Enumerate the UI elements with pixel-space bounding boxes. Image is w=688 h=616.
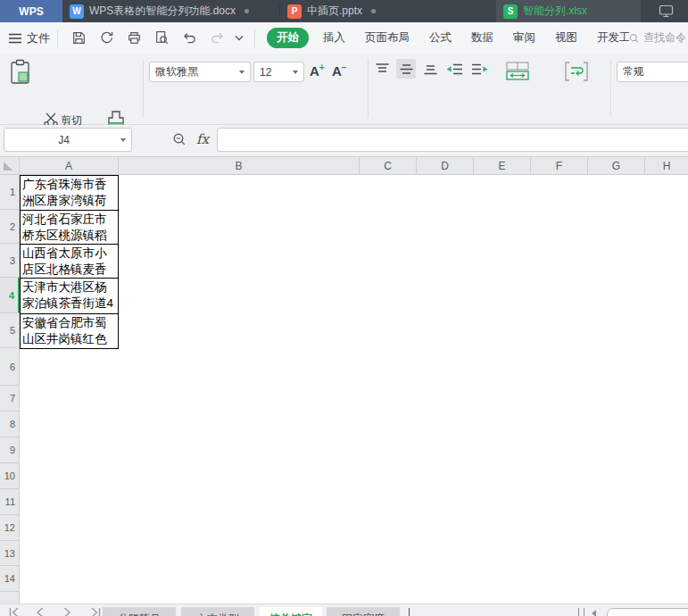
row-header-6[interactable]: 6 (0, 348, 20, 386)
sheet-tab-bar: 分隔符号文本类型按关键字固定宽度 (0, 604, 688, 616)
titlebar: WPS W WPS表格的智能分列功能.docx P 中插页.pptx S 智能分… (0, 0, 688, 22)
writer-doc-icon: W (70, 4, 84, 19)
last-sheet-icon[interactable] (89, 608, 101, 616)
column-header-C[interactable]: C (360, 157, 417, 174)
align-middle-selected[interactable] (396, 59, 416, 79)
tab-insert-cursor (409, 608, 410, 616)
increase-font-button[interactable]: A+ (310, 62, 325, 79)
column-header-D[interactable]: D (417, 157, 474, 174)
row-header-7[interactable]: 7 (0, 386, 20, 412)
align-top-icon[interactable] (375, 62, 390, 76)
formula-input[interactable] (217, 128, 688, 152)
dropdown-arrow-icon (239, 71, 245, 74)
cell-A4[interactable]: 天津市大港区杨家泊镇茶香街道421 (20, 278, 119, 314)
row-header-14[interactable]: 14 (0, 566, 20, 592)
column-header-E[interactable]: E (474, 157, 531, 174)
cell-A2[interactable]: 河北省石家庄市桥东区桃源镇稻香街 (20, 210, 119, 245)
cell-A3[interactable]: 山西省太原市小店区北格镇麦香街道 (20, 244, 119, 279)
font-size-value: 12 (260, 66, 290, 79)
doc-tab-label: 智能分列.xlsx (523, 4, 587, 19)
column-header-F[interactable]: F (531, 157, 588, 174)
decrease-font-button[interactable]: A− (332, 62, 347, 79)
row-header-11[interactable]: 11 (0, 489, 20, 515)
row-header-1[interactable]: 1 (0, 175, 20, 210)
decrease-indent-icon[interactable] (446, 62, 463, 76)
column-header-B[interactable]: B (119, 157, 360, 174)
spreadsheet-grid[interactable]: ABCDEFGH 1234567891011121314 广东省珠海市香洲区唐家… (0, 157, 688, 604)
row-header-12[interactable]: 12 (0, 515, 20, 541)
spreadsheet-doc-icon: S (503, 4, 518, 19)
name-box-value: J4 (10, 134, 118, 146)
number-format-value: 常规 (623, 64, 688, 79)
row-header-5[interactable]: 5 (0, 313, 20, 348)
menu-tab-数据[interactable]: 数据 (466, 28, 499, 48)
horizontal-scrollbar-thumb[interactable] (607, 608, 688, 616)
sheet-tab-分隔符号[interactable]: 分隔符号 (103, 607, 176, 616)
sheet-tab-按关键字[interactable]: 按关键字 (260, 607, 322, 616)
wrap-text-icon[interactable] (564, 61, 589, 82)
align-bottom-icon[interactable] (423, 62, 438, 76)
number-format-select[interactable]: 常规 (617, 62, 688, 82)
undo-icon[interactable] (182, 31, 197, 45)
save-icon[interactable] (71, 30, 87, 46)
unsaved-dot-icon (245, 9, 249, 13)
name-box[interactable]: J4 (4, 128, 132, 152)
first-sheet-icon[interactable] (9, 608, 21, 616)
menubar: 文件 开始插入页面布局公式数据审阅视图开发工具会员专享智能工具箱 查找命令 (0, 22, 688, 54)
row-header-9[interactable]: 9 (0, 437, 20, 463)
formula-bar: J4 fx (0, 125, 688, 157)
next-sheet-icon[interactable] (62, 608, 71, 616)
scroll-left-icon[interactable] (592, 610, 596, 616)
sheet-tab-文本类型[interactable]: 文本类型 (181, 607, 254, 616)
row-header-partial[interactable] (0, 592, 20, 604)
menu-tab-公式[interactable]: 公式 (424, 28, 457, 48)
menu-tab-审阅[interactable]: 审阅 (508, 28, 541, 48)
insert-function-fx-icon[interactable]: fx (196, 131, 209, 147)
monitor-icon[interactable] (659, 4, 674, 19)
row-header-3[interactable]: 3 (0, 244, 20, 278)
column-header-G[interactable]: G (588, 157, 645, 174)
sheet-tab-固定宽度[interactable]: 固定宽度 (327, 607, 400, 616)
doc-tab-writer[interactable]: W WPS表格的智能分列功能.docx (62, 0, 279, 22)
menu-tab-开始[interactable]: 开始 (267, 28, 309, 48)
column-headers: ABCDEFGH (0, 157, 688, 175)
menu-tab-插入[interactable]: 插入 (318, 28, 351, 48)
font-name-select[interactable]: 微软雅黑 (149, 62, 251, 82)
row-header-4[interactable]: 4 (0, 278, 20, 313)
separator (143, 59, 144, 118)
row-header-10[interactable]: 10 (0, 463, 20, 489)
font-size-select[interactable]: 12 (253, 62, 304, 82)
command-search-label: 查找命令 (643, 30, 686, 46)
increase-indent-icon[interactable] (471, 62, 488, 76)
prev-sheet-icon[interactable] (36, 608, 45, 616)
wps-home-button[interactable]: WPS (0, 0, 62, 22)
paste-icon[interactable] (9, 59, 32, 86)
hamburger-menu-icon[interactable] (9, 33, 21, 44)
scrollbar-splitter[interactable] (578, 608, 584, 616)
presentation-doc-icon: P (287, 4, 302, 19)
row-header-2[interactable]: 2 (0, 210, 20, 244)
doc-tab-presentation[interactable]: P 中插页.pptx (280, 0, 496, 22)
row-header-13[interactable]: 13 (0, 541, 20, 566)
cell-A1[interactable]: 广东省珠海市香洲区唐家湾镇荷香社 (20, 175, 119, 211)
file-menu-button[interactable]: 文件 (27, 30, 50, 46)
merge-center-icon[interactable] (505, 61, 530, 82)
column-header-H[interactable]: H (645, 157, 688, 174)
customize-quick-access-icon[interactable] (235, 35, 244, 41)
doc-tab-spreadsheet-active[interactable]: S 智能分列.xlsx (496, 0, 641, 22)
print-icon[interactable] (127, 30, 142, 46)
zoom-magnifier-icon[interactable] (172, 132, 187, 147)
cell-A5[interactable]: 安徽省合肥市蜀山区井岗镇红色街道 (20, 313, 119, 349)
menu-tab-页面布局[interactable]: 页面布局 (360, 28, 415, 48)
row-header-8[interactable]: 8 (0, 412, 20, 437)
redo-icon[interactable] (210, 31, 225, 45)
menu-tab-视图[interactable]: 视图 (550, 28, 583, 48)
column-header-A[interactable]: A (20, 157, 119, 174)
command-search[interactable]: 查找命令 (629, 22, 688, 54)
export-pdf-icon[interactable] (99, 30, 114, 46)
select-all-corner[interactable] (0, 157, 20, 174)
separator (368, 59, 369, 118)
print-preview-icon[interactable] (154, 30, 170, 46)
doc-tab-label: WPS表格的智能分列功能.docx (89, 4, 236, 19)
font-name-value: 微软雅黑 (155, 64, 236, 79)
